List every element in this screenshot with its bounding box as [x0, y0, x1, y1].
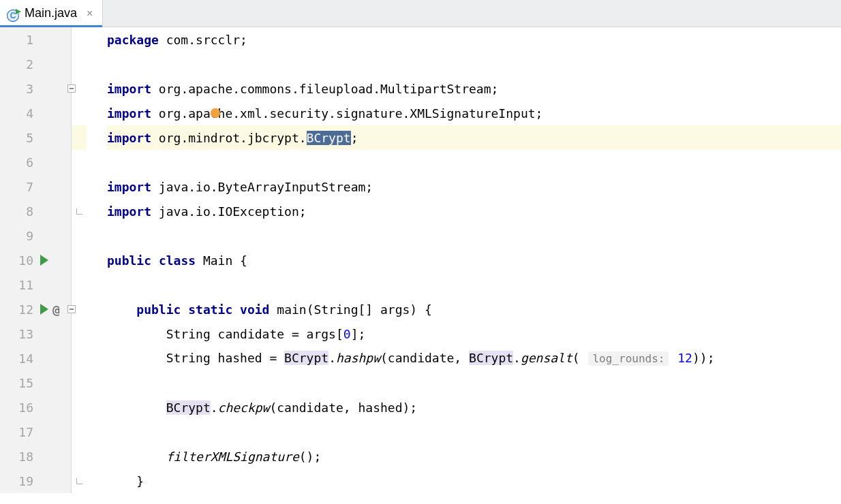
code-line[interactable]: String candidate = args[0]; — [107, 321, 841, 346]
line-number: 16 — [6, 400, 33, 415]
fold-collapse-icon[interactable] — [67, 305, 76, 313]
warning-bulb-icon[interactable] — [211, 108, 220, 118]
code-line-active[interactable]: import org.mindrot.jbcrypt.BCrypt; — [107, 125, 841, 150]
line-number: 4 — [6, 106, 33, 121]
code-line[interactable] — [107, 223, 841, 248]
line-number: 8 — [6, 204, 33, 219]
gutter: 1 2 3 4 5 6 7 8 9 10 11 12@ 13 14 15 16 … — [0, 27, 72, 493]
tab-label: Main.java — [25, 6, 77, 20]
line-number: 18 — [6, 450, 33, 464]
code-line[interactable]: public static void main(String[] args) { — [107, 297, 841, 321]
fold-end-icon — [75, 207, 83, 215]
parameter-hint: log_rounds: — [588, 351, 669, 366]
code-line[interactable]: filterXMLSignature(); — [107, 444, 841, 469]
code-line[interactable]: import java.io.ByteArrayInputStream; — [107, 174, 841, 199]
fold-strip — [72, 27, 87, 493]
line-number: 3 — [6, 82, 33, 96]
line-number: 6 — [6, 155, 33, 170]
annotation-icon: @ — [52, 302, 60, 317]
code-line[interactable]: package com.srcclr; — [107, 27, 841, 52]
line-number: 2 — [6, 57, 33, 72]
tab-bar: C Main.java × — [0, 0, 841, 27]
code-line[interactable]: public class Main { — [107, 248, 841, 272]
line-number: 11 — [6, 278, 33, 292]
line-number: 14 — [6, 351, 33, 366]
code-line[interactable]: BCrypt.checkpw(candidate, hashed); — [107, 395, 841, 420]
line-number: 9 — [6, 229, 33, 243]
fold-collapse-icon[interactable] — [67, 84, 76, 93]
line-number: 5 — [6, 131, 33, 145]
code-line[interactable] — [107, 150, 841, 174]
code-line[interactable]: import org.apache.xml.security.signature… — [107, 101, 841, 125]
code-area[interactable]: package com.srcclr; import org.apache.co… — [87, 27, 841, 493]
fold-end-icon — [75, 477, 83, 485]
line-number: 1 — [6, 33, 33, 47]
code-line[interactable]: import java.io.IOException; — [107, 199, 841, 223]
code-line[interactable] — [107, 272, 841, 297]
line-number: 12 — [6, 302, 33, 317]
code-line[interactable]: import org.apache.commons.fileupload.Mul… — [107, 76, 841, 101]
line-number: 10 — [6, 253, 33, 268]
line-number: 15 — [6, 376, 33, 390]
line-number: 7 — [6, 180, 33, 194]
line-number: 19 — [6, 474, 33, 488]
code-line[interactable] — [107, 420, 841, 444]
code-line[interactable]: } — [107, 469, 841, 493]
svg-text:C: C — [10, 11, 16, 20]
close-icon[interactable]: × — [87, 7, 93, 20]
line-number: 13 — [6, 327, 33, 341]
tab-main-java[interactable]: C Main.java × — [0, 0, 103, 27]
code-editor[interactable]: 1 2 3 4 5 6 7 8 9 10 11 12@ 13 14 15 16 … — [0, 27, 841, 493]
run-icon[interactable] — [40, 255, 48, 266]
run-icon[interactable] — [40, 304, 48, 315]
selection: BCrypt — [307, 131, 351, 145]
code-line[interactable] — [107, 52, 841, 76]
code-line[interactable]: String hashed = BCrypt.hashpw(candidate,… — [107, 346, 841, 371]
code-line[interactable] — [107, 371, 841, 395]
line-number: 17 — [6, 425, 33, 439]
class-run-icon: C — [7, 7, 19, 20]
